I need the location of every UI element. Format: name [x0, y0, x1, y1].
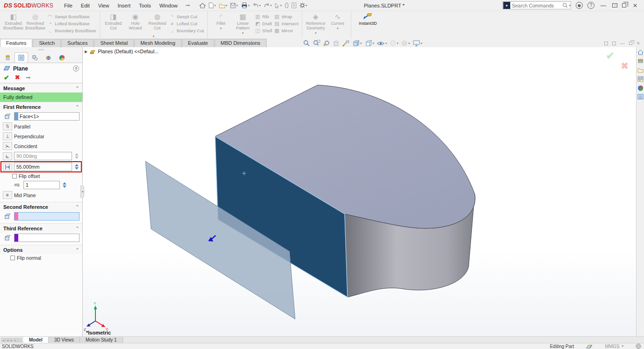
pm-help-icon[interactable]: ?: [73, 65, 79, 71]
search-icon[interactable]: [562, 2, 568, 8]
dropdown-caret[interactable]: ▾: [242, 31, 244, 36]
coincident-constraint-icon[interactable]: ⋋: [3, 142, 12, 150]
minimize-button[interactable]: —: [599, 2, 608, 9]
lofted-cut-button[interactable]: ◕Lofted Cut: [169, 21, 204, 26]
parallel-label[interactable]: Parallel: [14, 124, 30, 129]
hole-wizard-button[interactable]: ◉ Hole Wizard: [124, 12, 146, 30]
dropdown-caret[interactable]: ▾: [360, 42, 362, 45]
fullscreen-button[interactable]: [612, 3, 617, 7]
boundary-cut-button[interactable]: ◞Boundary Cut: [169, 28, 204, 33]
parallel-constraint-icon[interactable]: \\: [3, 122, 12, 130]
first-reference-section-header[interactable]: First Reference ⌃: [0, 102, 82, 111]
pm-keep-visible-pin[interactable]: ⊸: [26, 74, 30, 81]
offset-distance-field[interactable]: [14, 163, 72, 171]
dimxpert-manager-tab[interactable]: ⊕: [42, 52, 55, 63]
mid-plane-label[interactable]: Mid Plane: [14, 192, 36, 198]
flip-offset-checkbox[interactable]: [12, 174, 17, 178]
document-restore-button[interactable]: [629, 42, 632, 45]
dropdown-caret[interactable]: ▾: [259, 4, 261, 7]
perpendicular-constraint-icon[interactable]: ⊥: [3, 132, 12, 140]
collapse-chevron-icon[interactable]: ⌃: [75, 226, 79, 231]
menu-file[interactable]: File: [60, 0, 77, 11]
file-explorer-icon[interactable]: [637, 67, 644, 73]
search-commands-box[interactable]: ▸ ▾: [502, 1, 571, 9]
swept-boss-base-button[interactable]: ◠Swept Boss/Base: [47, 14, 96, 19]
expand-arrow-icon[interactable]: ▶: [85, 50, 87, 54]
dropdown-caret[interactable]: ▾: [421, 42, 423, 45]
extruded-boss-base-button[interactable]: ◧ Extruded Boss/Base: [2, 12, 24, 30]
dropdown-caret[interactable]: ▾: [337, 26, 339, 31]
apply-scene-button[interactable]: ▾: [401, 40, 410, 46]
previous-view-button[interactable]: [323, 40, 330, 47]
flip-offset-label[interactable]: Flip offset: [19, 173, 40, 179]
boundary-boss-base-button[interactable]: ◟Boundary Boss/Base: [47, 28, 96, 33]
design-library-icon[interactable]: [637, 58, 644, 64]
third-reference-selection-box[interactable]: [14, 234, 80, 242]
shell-button[interactable]: ◫Shell: [255, 28, 272, 33]
configuration-manager-tab[interactable]: [28, 52, 42, 63]
tab-surfaces[interactable]: Surfaces: [61, 39, 94, 47]
home-tab-icon[interactable]: [637, 49, 644, 56]
menu-edit[interactable]: Edit: [77, 0, 94, 11]
collapse-chevron-icon[interactable]: ⌃: [75, 105, 79, 109]
number-of-planes-spinner[interactable]: [62, 182, 67, 188]
feature-tree-flyout[interactable]: ▶ Planes (Default) <<Defaul...: [85, 49, 159, 54]
display-manager-tab[interactable]: [55, 52, 69, 63]
options-button[interactable]: ▾: [298, 2, 309, 9]
panel-splitter-handle[interactable]: ◂: [80, 185, 84, 198]
rib-button[interactable]: ▥Rib: [255, 14, 272, 19]
lofted-boss-base-button[interactable]: ◔Lofted Boss/Base: [47, 21, 96, 26]
redo-button[interactable]: ▾: [263, 2, 273, 8]
panel-collapse-strip[interactable]: [0, 47, 82, 52]
menu-window[interactable]: Window: [155, 0, 182, 11]
custom-properties-icon[interactable]: [637, 93, 644, 100]
perpendicular-label[interactable]: Perpendicular: [14, 134, 44, 139]
offset-distance-spinner[interactable]: [74, 164, 80, 170]
angle-icon[interactable]: ⊾: [3, 152, 12, 160]
fillet-button[interactable]: ◜ Fillet ▾: [210, 12, 232, 31]
tab-features[interactable]: Features: [0, 39, 32, 47]
second-reference-section-header[interactable]: Second Reference ⌃: [0, 202, 82, 211]
confirmation-corner-cancel[interactable]: ✖: [621, 60, 629, 71]
collapse-chevron-icon[interactable]: ⌃: [75, 248, 79, 252]
motion-study-tab[interactable]: Motion Study 1: [80, 337, 123, 343]
dynamic-annotation-views-button[interactable]: [342, 40, 349, 47]
scroll-first-tab-button[interactable]: ◀: [1, 338, 5, 342]
unit-system-selector[interactable]: MMGS ▾: [605, 344, 623, 349]
offset-distance-icon[interactable]: [3, 163, 12, 171]
message-section-header[interactable]: Message ⌃: [0, 83, 82, 93]
file-properties-button[interactable]: [290, 2, 297, 9]
home-button[interactable]: [198, 2, 207, 9]
appearances-icon[interactable]: [637, 85, 644, 91]
revolved-boss-base-button[interactable]: ◎ Revolved Boss/Base: [24, 12, 46, 30]
document-minimize-button[interactable]: —: [620, 41, 625, 46]
model-tab[interactable]: Model: [23, 337, 49, 343]
dropdown-caret[interactable]: ▾: [220, 26, 222, 31]
help-icon[interactable]: ?: [587, 2, 594, 9]
number-of-planes-field[interactable]: [23, 181, 60, 189]
dropdown-caret[interactable]: ▾: [385, 42, 387, 45]
pm-ok-button[interactable]: ✔: [4, 74, 9, 81]
dropdown-caret[interactable]: ▾: [397, 42, 399, 45]
group-expand-caret[interactable]: ▾: [153, 35, 155, 38]
open-button[interactable]: ▾: [218, 2, 229, 9]
dropdown-caret[interactable]: ▾: [280, 4, 282, 7]
scroll-prev-tab-button[interactable]: ◀: [6, 338, 9, 342]
zoom-to-fit-button[interactable]: [303, 40, 310, 47]
resource-monitor-icon[interactable]: [636, 343, 641, 349]
rebuild-button[interactable]: [284, 2, 289, 9]
scroll-next-tab-button[interactable]: ▶: [10, 338, 14, 342]
dropdown-caret[interactable]: ▾: [315, 31, 317, 36]
search-input[interactable]: [512, 3, 562, 8]
new-document-button[interactable]: ▾: [208, 2, 217, 9]
pane-left-icon[interactable]: [604, 42, 608, 45]
menu-tools[interactable]: Tools: [135, 0, 155, 11]
angle-input[interactable]: [14, 153, 72, 159]
tab-sketch[interactable]: Sketch: [33, 39, 61, 47]
hide-show-items-button[interactable]: ▾: [377, 41, 387, 46]
number-of-planes-input[interactable]: [24, 182, 59, 188]
restore-button[interactable]: [622, 3, 626, 7]
wrap-button[interactable]: ▧Wrap: [274, 14, 298, 19]
third-reference-section-header[interactable]: Third Reference ⌃: [0, 223, 82, 233]
extruded-cut-button[interactable]: ◨ Extruded Cut: [102, 12, 124, 30]
